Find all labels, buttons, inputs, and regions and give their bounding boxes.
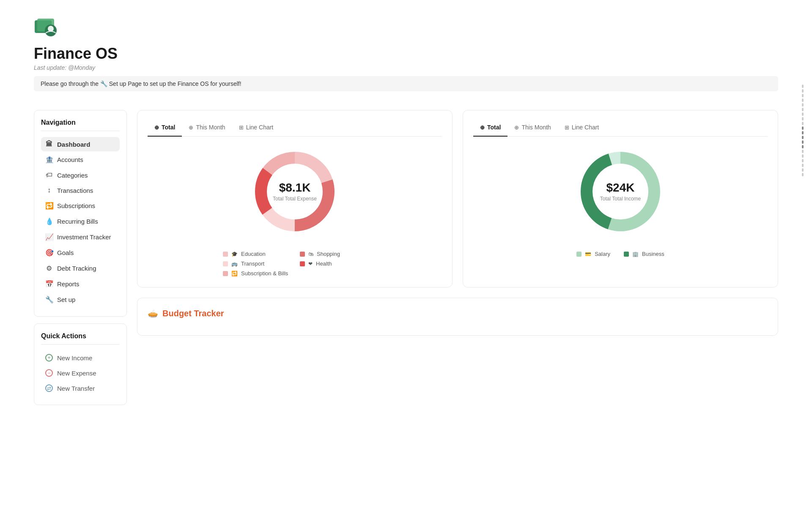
legend-item-salary: 💳 Salary: [576, 251, 610, 257]
income-amount: $24K: [600, 181, 641, 195]
income-chart-card: ⊕ Total ⊕ This Month ⊞ Line Chart: [463, 110, 778, 288]
svg-point-3: [48, 26, 54, 32]
tab-expense-this-month-icon: ⊕: [189, 124, 193, 131]
sidebar-item-set-up[interactable]: 🔧 Set up: [41, 292, 120, 307]
tab-income-this-month-icon: ⊕: [514, 124, 519, 131]
legend-item-health: ❤ Health: [300, 260, 367, 267]
sidebar-item-accounts[interactable]: 🏦 Accounts: [41, 152, 120, 167]
nav-icon-accounts: 🏦: [45, 156, 53, 164]
qa-icon-new-income: +: [45, 354, 53, 362]
income-donut-center: $24K Total Total Income: [600, 181, 641, 202]
legend-dot-education: [223, 252, 228, 257]
income-chart-tabs: ⊕ Total ⊕ This Month ⊞ Line Chart: [473, 121, 768, 137]
main-layout: Navigation 🏛 Dashboard 🏦 Accounts 🏷 Cate…: [34, 110, 778, 412]
nav-label-dashboard: Dashboard: [57, 141, 90, 148]
nav-icon-transactions: ↕: [45, 186, 53, 194]
tab-expense-total[interactable]: ⊕ Total: [148, 121, 182, 137]
setup-banner: Please go through the 🔧 Set up Page to s…: [34, 76, 778, 91]
legend-dot-transport: [223, 261, 228, 266]
tab-expense-this-month[interactable]: ⊕ This Month: [182, 121, 232, 137]
scroll-tick: [802, 131, 804, 134]
tab-income-total[interactable]: ⊕ Total: [473, 121, 508, 137]
nav-icon-recurring-bills: 💧: [45, 217, 53, 225]
expense-donut-container: $8.1K Total Total Expense 🎓 Education: [148, 145, 442, 277]
tab-income-line-chart-icon: ⊞: [565, 124, 569, 131]
qa-items-container: + New Income − New Expense ⇄ New Transfe…: [41, 351, 120, 395]
tab-expense-line-chart-icon: ⊞: [239, 124, 244, 131]
expense-chart-card: ⊕ Total ⊕ This Month ⊞ Line Chart: [137, 110, 453, 288]
nav-icon-subscriptions: 🔁: [45, 202, 53, 210]
tab-expense-total-icon: ⊕: [154, 124, 159, 131]
tab-expense-line-chart[interactable]: ⊞ Line Chart: [232, 121, 280, 137]
quick-actions-title: Quick Actions: [41, 332, 120, 345]
income-label: Total Total Income: [600, 196, 641, 202]
scroll-tick: [802, 164, 804, 167]
scroll-tick: [802, 94, 804, 97]
nav-section: Navigation 🏛 Dashboard 🏦 Accounts 🏷 Cate…: [34, 110, 127, 317]
sidebar-item-subscriptions[interactable]: 🔁 Subscriptions: [41, 198, 120, 213]
budget-tracker-title: 🥧 Budget Tracker: [148, 308, 768, 318]
tab-income-line-chart[interactable]: ⊞ Line Chart: [558, 121, 606, 137]
legend-item-business: 🏢 Business: [624, 251, 664, 257]
qa-icon-new-expense: −: [45, 369, 53, 377]
nav-title: Navigation: [41, 119, 120, 131]
sidebar-item-categories[interactable]: 🏷 Categories: [41, 168, 120, 182]
qa-icon-new-transfer: ⇄: [45, 384, 53, 392]
expense-amount: $8.1K: [273, 181, 317, 195]
sidebar: Navigation 🏛 Dashboard 🏦 Accounts 🏷 Cate…: [34, 110, 127, 412]
expense-legend: 🎓 Education 🛍 Shopping 🚌: [223, 251, 367, 277]
qa-label-new-expense: New Expense: [57, 370, 96, 377]
tab-income-total-icon: ⊕: [480, 124, 485, 131]
scroll-tick: [802, 154, 804, 158]
scroll-tick: [802, 168, 804, 172]
legend-dot-subscription: [223, 271, 228, 276]
scroll-tick: [802, 136, 804, 139]
nav-icon-set-up: 🔧: [45, 296, 53, 304]
scroll-tick: [802, 112, 804, 116]
nav-icon-dashboard: 🏛: [45, 140, 53, 148]
nav-label-goals: Goals: [57, 249, 74, 256]
scroll-tick: [802, 108, 804, 111]
sidebar-item-transactions[interactable]: ↕ Transactions: [41, 183, 120, 197]
legend-dot-business: [624, 252, 629, 257]
budget-tracker-icon: 🥧: [148, 308, 158, 318]
scroll-tick: [802, 150, 804, 153]
nav-icon-goals: 🎯: [45, 249, 53, 257]
scroll-tick: [802, 85, 804, 88]
nav-label-recurring-bills: Recurring Bills: [57, 218, 98, 225]
nav-icon-reports: 📅: [45, 280, 53, 288]
nav-label-reports: Reports: [57, 280, 80, 288]
quick-action-new-transfer[interactable]: ⇄ New Transfer: [41, 381, 120, 395]
qa-label-new-transfer: New Transfer: [57, 385, 95, 392]
scroll-tick: [802, 140, 804, 144]
quick-action-new-expense[interactable]: − New Expense: [41, 366, 120, 380]
sidebar-item-investment-tracker[interactable]: 📈 Investment Tracker: [41, 230, 120, 244]
sidebar-item-dashboard[interactable]: 🏛 Dashboard: [41, 137, 120, 151]
tab-income-this-month[interactable]: ⊕ This Month: [508, 121, 557, 137]
scroll-tick: [802, 122, 804, 125]
header: Finance OS Last update: @Monday Please g…: [34, 0, 778, 110]
income-legend: 💳 Salary 🏢 Business: [473, 251, 768, 257]
sidebar-item-goals[interactable]: 🎯 Goals: [41, 245, 120, 260]
logo-area: [34, 17, 778, 38]
nav-label-accounts: Accounts: [57, 156, 83, 163]
right-scrollbar: [802, 85, 804, 254]
scroll-tick: [802, 126, 804, 130]
nav-label-categories: Categories: [57, 172, 88, 179]
nav-icon-debt-tracking: ⚙: [45, 264, 53, 272]
sidebar-item-debt-tracking[interactable]: ⚙ Debt Tracking: [41, 261, 120, 276]
scroll-tick: [802, 117, 804, 121]
sidebar-item-recurring-bills[interactable]: 💧 Recurring Bills: [41, 214, 120, 229]
qa-label-new-income: New Income: [57, 354, 92, 362]
content-area: ⊕ Total ⊕ This Month ⊞ Line Chart: [137, 110, 778, 346]
legend-dot-salary: [576, 252, 582, 257]
sidebar-item-reports[interactable]: 📅 Reports: [41, 277, 120, 291]
legend-item-transport: 🚌 Transport: [223, 260, 290, 267]
legend-item-education: 🎓 Education: [223, 251, 290, 257]
nav-icon-categories: 🏷: [45, 171, 53, 179]
nav-label-transactions: Transactions: [57, 187, 93, 194]
nav-label-subscriptions: Subscriptions: [57, 202, 95, 209]
quick-action-new-income[interactable]: + New Income: [41, 351, 120, 365]
scroll-tick: [802, 145, 804, 148]
nav-icon-investment-tracker: 📈: [45, 233, 53, 241]
